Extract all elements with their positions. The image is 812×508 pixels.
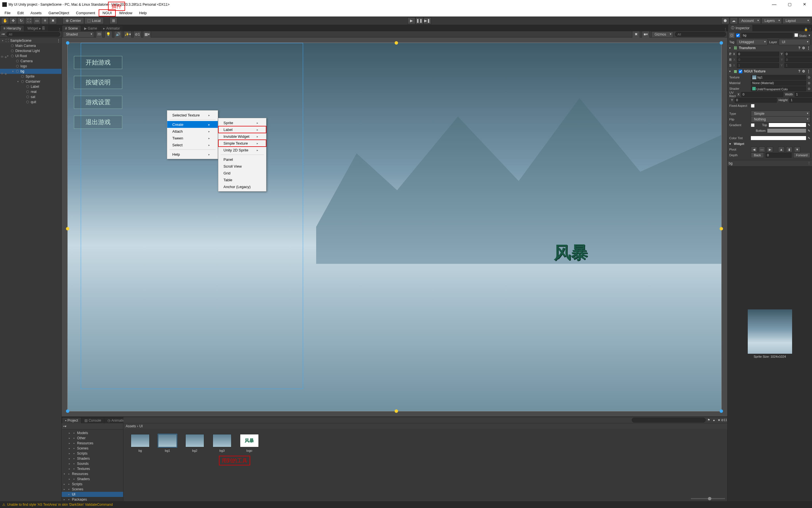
active-checkbox[interactable] xyxy=(736,34,740,37)
widget-tab[interactable]: Widget ▸ 🗄 xyxy=(25,26,48,31)
filter-icon[interactable]: ★ xyxy=(717,418,721,422)
gizmo-handle[interactable] xyxy=(66,227,69,230)
hidden-count-icon[interactable]: ⊘11 xyxy=(722,418,726,422)
pause-button[interactable]: ❚❚ xyxy=(415,17,423,24)
pivot-vcenter[interactable]: ▮ xyxy=(786,146,792,152)
tree-item[interactable]: ⬡Main Camera xyxy=(0,43,62,48)
uv-x[interactable] xyxy=(741,92,783,97)
pivot-hcenter[interactable]: — xyxy=(759,146,765,152)
eyedropper-icon[interactable]: ✎ xyxy=(808,136,810,140)
ctx-label[interactable]: Label▸ xyxy=(218,126,266,133)
scene-view[interactable]: 风暴 开始游戏 按键说明 游戏设置 退出游戏 xyxy=(62,38,727,417)
gizmo-handle[interactable] xyxy=(395,41,398,45)
menu-quit[interactable]: 退出游戏 xyxy=(74,116,122,129)
gizmo-handle[interactable] xyxy=(395,410,398,413)
tools-icon[interactable]: ✖ xyxy=(632,31,640,38)
gizmo-handle[interactable] xyxy=(720,410,723,413)
panel-menu-icon[interactable]: ⋮ xyxy=(808,27,812,31)
thumbnail-size-slider[interactable] xyxy=(691,498,725,499)
eyedropper-icon[interactable]: ✎ xyxy=(808,129,810,133)
panel-menu-icon[interactable]: ⋮ xyxy=(723,27,727,31)
folder-packages[interactable]: ▸▪Packages xyxy=(62,497,123,501)
object-picker-icon[interactable]: ⊙ xyxy=(808,81,810,85)
tree-item[interactable]: ⬡Sprite xyxy=(0,74,62,79)
tag-dropdown[interactable]: Untagged xyxy=(736,39,768,45)
gizmo-handle[interactable] xyxy=(66,410,69,413)
account-dropdown[interactable]: Account xyxy=(738,17,761,24)
custom-tool-icon[interactable]: ✖ xyxy=(49,17,57,24)
preset-icon[interactable]: ⚙ xyxy=(802,46,805,50)
gradient-bottom-color[interactable] xyxy=(767,129,806,133)
type-dropdown[interactable]: Simple xyxy=(751,111,810,117)
tree-item[interactable]: ⬡sat xyxy=(0,94,62,99)
folder-ui[interactable]: ▪UI xyxy=(62,492,123,497)
breadcrumb-item[interactable]: Assets xyxy=(126,424,136,428)
tree-item[interactable]: ⬡Camera xyxy=(0,58,62,64)
2d-toggle[interactable]: 2D xyxy=(96,31,103,38)
depth-field[interactable] xyxy=(766,153,791,158)
step-button[interactable]: ▶❚ xyxy=(423,17,431,24)
gizmo-handle[interactable] xyxy=(66,41,69,45)
animator-tab[interactable]: ▸ Animator xyxy=(100,26,122,31)
color-tint-field[interactable] xyxy=(751,136,806,140)
visibility-icon[interactable]: 👁 ◈ xyxy=(1,55,7,59)
create-dropdown-icon[interactable]: +▾ xyxy=(63,424,67,428)
pivot-left[interactable]: ◀ xyxy=(751,146,757,152)
cloud-icon[interactable]: ☁ xyxy=(730,17,738,24)
ctx-grid[interactable]: Grid xyxy=(218,170,266,176)
fixed-aspect-checkbox[interactable] xyxy=(751,104,755,108)
hierarchy-tab[interactable]: ≡ Hierarchy xyxy=(1,26,24,31)
ctx-invisible-widget[interactable]: Invisible Widget▸ xyxy=(218,133,266,140)
pivot-bottom[interactable]: ▼ xyxy=(794,146,800,152)
light-toggle-icon[interactable]: 💡 xyxy=(104,31,112,38)
uv-y[interactable] xyxy=(735,98,777,102)
panel-menu-icon[interactable]: ⋮ xyxy=(807,161,811,165)
close-button[interactable]: ✕ xyxy=(803,2,806,7)
layers-dropdown[interactable]: Layers xyxy=(761,17,782,24)
scene-menu-icon[interactable]: ⋮ xyxy=(57,39,60,43)
rotate-tool-icon[interactable]: ↻ xyxy=(17,17,25,24)
help-icon[interactable]: ? xyxy=(798,69,800,73)
asset-item[interactable]: bg xyxy=(129,434,151,452)
inspector-tab[interactable]: ⓘ Inspector xyxy=(728,25,752,31)
pos-y[interactable] xyxy=(784,52,812,56)
ctx-help[interactable]: Help▸ xyxy=(167,151,218,158)
menu-file[interactable]: File xyxy=(1,10,14,16)
layer-dropdown[interactable]: UI xyxy=(779,39,810,45)
help-icon[interactable]: ? xyxy=(798,46,800,50)
play-button[interactable]: ▶ xyxy=(408,17,415,24)
transform-tool-icon[interactable]: ✳ xyxy=(41,17,49,24)
ctx-selected-texture[interactable]: Selected Texture▸ xyxy=(167,112,218,119)
breadcrumb-item[interactable]: UI xyxy=(139,424,143,428)
folder-item[interactable]: ▸▪Sounds xyxy=(62,461,123,466)
menu-icon[interactable]: ⋮ xyxy=(807,69,810,73)
ctx-tween[interactable]: Tween▸ xyxy=(167,135,218,141)
tree-item[interactable]: ▾⬡UI Root xyxy=(0,53,62,58)
static-checkbox[interactable] xyxy=(795,33,798,37)
tree-scene[interactable]: ▾⛶SampleScene⋮ xyxy=(0,38,62,43)
ctx-select[interactable]: Select▸ xyxy=(167,141,218,148)
uv-width[interactable] xyxy=(795,92,812,97)
folder-item[interactable]: ▸▪Scenes xyxy=(62,487,123,492)
ctx-create[interactable]: Create▸ xyxy=(167,121,218,128)
visibility-icon[interactable]: 👁 ◈ xyxy=(1,72,7,76)
snap-button[interactable]: ⊞ xyxy=(110,17,117,24)
menu-edit[interactable]: Edit xyxy=(14,10,27,16)
ctx-anchor[interactable]: Anchor (Legacy) xyxy=(218,183,266,190)
filter-icon[interactable]: ● xyxy=(712,418,716,422)
folder-item[interactable]: ▸▪Textures xyxy=(62,466,123,471)
object-picker-icon[interactable]: ⊙ xyxy=(808,87,810,91)
pivot-center-button[interactable]: ⊕Center xyxy=(63,17,84,24)
ctx-attach[interactable]: Attach▸ xyxy=(167,128,218,135)
folder-item[interactable]: ▸▪Scripts xyxy=(62,481,123,487)
asset-item[interactable]: bg1 xyxy=(156,434,179,452)
depth-forward-button[interactable]: Forward xyxy=(793,152,810,158)
scale-x[interactable] xyxy=(737,63,779,68)
scale-y[interactable] xyxy=(784,63,812,68)
tree-item[interactable]: ⬡Directional Light xyxy=(0,48,62,53)
scene-search[interactable] xyxy=(675,32,726,37)
project-search[interactable] xyxy=(632,418,706,422)
asset-item[interactable]: bg2 xyxy=(184,434,206,452)
camera-icon[interactable]: ■▾ xyxy=(642,31,650,38)
move-tool-icon[interactable]: ✥ xyxy=(9,17,17,24)
